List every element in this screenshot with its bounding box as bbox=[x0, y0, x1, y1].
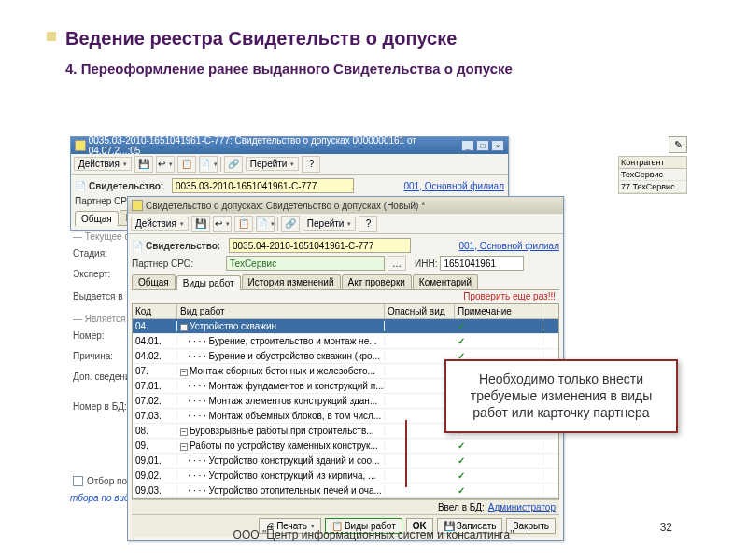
table-row[interactable]: 04.01. · · · · Бурение, строительство и … bbox=[133, 334, 558, 349]
table-row[interactable]: 09.03. · · · · Устройство отопительных п… bbox=[133, 483, 558, 498]
maximize-button[interactable]: □ bbox=[476, 140, 489, 151]
toolbar: Действия 💾 ↩ 📋 📄 🔗 Перейти ? bbox=[128, 214, 563, 234]
save-icon[interactable]: 💾 bbox=[191, 216, 210, 232]
page-number: 32 bbox=[660, 521, 672, 534]
edit-icon[interactable]: ✎ bbox=[669, 136, 687, 153]
titlebar[interactable]: Свидетельство о допусках: Свидетельство … bbox=[128, 197, 563, 214]
minimize-button[interactable]: _ bbox=[461, 140, 474, 151]
app-icon bbox=[75, 140, 86, 151]
inn-label: ИНН: bbox=[415, 259, 437, 269]
cert-number-field[interactable]: 0035.03-2010-1651041961-С-777 bbox=[172, 178, 354, 193]
window-title: Свидетельство о допусках: Свидетельство … bbox=[146, 201, 425, 211]
link-icon[interactable]: 🔗 bbox=[224, 156, 243, 173]
slide-title: Ведение реестра Свидетельств о допуске bbox=[65, 28, 682, 49]
tab-comment[interactable]: Коментарий bbox=[413, 274, 478, 289]
cert-label: Свидетельство: bbox=[89, 181, 169, 191]
titlebar[interactable]: 0035.03-2010-1651041961-С-777: Свидетель… bbox=[71, 137, 508, 154]
help-icon[interactable]: ? bbox=[302, 156, 320, 173]
tab-inspection[interactable]: Акт проверки bbox=[342, 274, 412, 289]
contractor-row[interactable]: 77 ТехСервис bbox=[619, 181, 686, 193]
nav-back-icon[interactable]: ↩ bbox=[213, 216, 232, 232]
goto-menu[interactable]: Перейти bbox=[246, 157, 300, 171]
help-icon[interactable]: ? bbox=[359, 216, 377, 232]
db-user-link[interactable]: Администратор bbox=[488, 502, 556, 512]
status-bar: Ввел в БД: Администратор bbox=[132, 499, 559, 514]
tab-work-types[interactable]: Виды работ bbox=[176, 275, 241, 290]
table-row[interactable]: 09.−Работы по устройству каменных констр… bbox=[133, 439, 558, 454]
grid-header: Код Вид работ Опасный вид Примечание bbox=[133, 304, 558, 319]
contractor-header: Контрагент bbox=[619, 157, 686, 169]
tab-general[interactable]: Общая bbox=[132, 274, 176, 289]
table-row[interactable]: 09.02. · · · · Устройство конструкций из… bbox=[133, 469, 558, 483]
cert-number-field[interactable]: 0035.04-2010-1651041961-С-777 bbox=[229, 238, 411, 253]
toolbar: Действия 💾 ↩ 📋 📄 🔗 Перейти ? bbox=[71, 154, 508, 175]
table-row[interactable]: 09.01. · · · · Устройство конструкций зд… bbox=[133, 454, 558, 469]
callout-connector bbox=[405, 420, 407, 487]
close-button[interactable]: × bbox=[491, 140, 504, 151]
contractor-row[interactable]: ТехСервис bbox=[619, 169, 686, 181]
report-icon[interactable]: 📄 bbox=[199, 156, 218, 173]
goto-menu[interactable]: Перейти bbox=[303, 217, 357, 231]
save-icon[interactable]: 💾 bbox=[134, 156, 153, 173]
tabstrip: Общая Виды работ История изменений Акт п… bbox=[132, 274, 559, 290]
actions-menu[interactable]: Действия bbox=[131, 217, 189, 231]
slide-subtitle: 4. Переоформление ранее выданного Свидет… bbox=[65, 61, 682, 77]
tab-history[interactable]: История изменений bbox=[242, 274, 341, 289]
tab-general[interactable]: Общая bbox=[75, 211, 119, 226]
window-title: 0035.03-2010-1651041961-С-777: Свидетель… bbox=[89, 135, 461, 156]
app-icon bbox=[132, 200, 143, 211]
table-row[interactable]: 04.−Устройство скважин bbox=[133, 319, 558, 334]
footer-org: ООО "Центр информационных систем и конса… bbox=[0, 528, 747, 541]
cert-label: Свидетельство: bbox=[146, 241, 226, 251]
callout-box: Необходимо только внести требуемые измен… bbox=[444, 359, 678, 433]
recheck-link[interactable]: Проверить еще раз!!! bbox=[463, 291, 556, 301]
actions-menu[interactable]: Действия bbox=[74, 157, 132, 171]
branch-link[interactable]: 001, Основной филиал bbox=[404, 181, 505, 191]
contractor-panel: Контрагент ТехСервис 77 ТехСервис bbox=[618, 156, 687, 194]
link-icon[interactable]: 🔗 bbox=[281, 216, 300, 232]
branch-link[interactable]: 001, Основной филиал bbox=[459, 241, 560, 251]
copy-icon[interactable]: 📋 bbox=[177, 156, 196, 173]
nav-back-icon[interactable]: ↩ bbox=[156, 156, 175, 173]
partner-field[interactable]: ТехСервис bbox=[226, 256, 385, 271]
report-icon[interactable]: 📄 bbox=[256, 216, 275, 232]
filter-checkbox[interactable] bbox=[73, 476, 83, 486]
partner-label: Партнер СРО: bbox=[132, 259, 223, 269]
lookup-button[interactable]: … bbox=[388, 256, 406, 271]
inn-field[interactable]: 1651041961 bbox=[440, 256, 524, 271]
copy-icon[interactable]: 📋 bbox=[234, 216, 253, 232]
